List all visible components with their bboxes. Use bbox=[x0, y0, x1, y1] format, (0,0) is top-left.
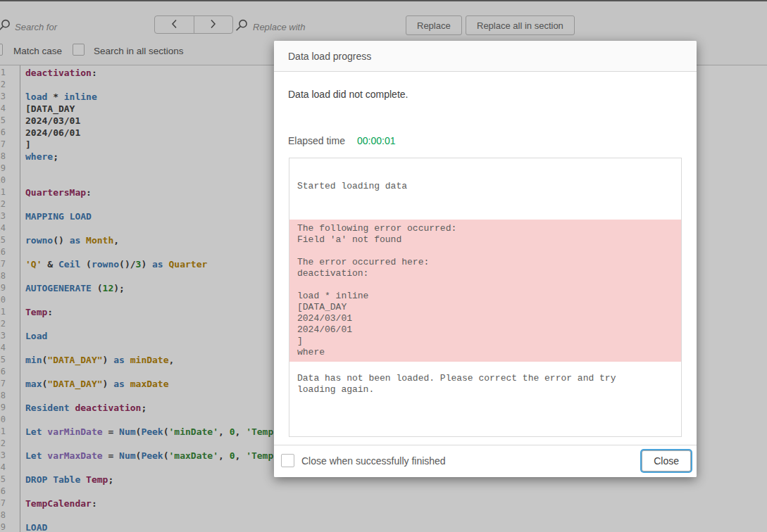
log-line: deactivation: bbox=[297, 268, 673, 279]
log-line: 2024/03/01 bbox=[297, 313, 673, 324]
data-load-progress-dialog: Data load progress Data load did not com… bbox=[274, 41, 697, 477]
log-line: The following error occurred: bbox=[297, 223, 673, 234]
elapsed-time-value: 00:00:01 bbox=[357, 135, 396, 146]
load-log-box[interactable]: Started loading data The following error… bbox=[289, 158, 682, 437]
close-button[interactable]: Close bbox=[642, 450, 691, 471]
log-error-block: The following error occurred:Field 'a' n… bbox=[289, 220, 681, 362]
log-line: where bbox=[297, 347, 673, 358]
log-line: 2024/06/01 bbox=[297, 324, 673, 336]
elapsed-time-label: Elapsed time bbox=[288, 135, 357, 146]
log-line bbox=[297, 279, 673, 291]
log-line: The error occurred here: bbox=[297, 257, 673, 268]
elapsed-time-row: Elapsed time00:00:01 bbox=[288, 135, 697, 146]
log-line bbox=[297, 246, 673, 257]
dialog-footer: Close when successfully finished Close bbox=[274, 445, 697, 477]
log-outro: Data has not been loaded. Please correct… bbox=[289, 362, 681, 395]
log-line: [DATA_DAY bbox=[297, 302, 673, 313]
log-line: load * inline bbox=[297, 291, 673, 302]
log-line: loading again. bbox=[297, 384, 673, 395]
dialog-title: Data load progress bbox=[288, 51, 371, 62]
log-line: ] bbox=[297, 336, 673, 347]
data-load-editor-screen: Replace Replace all in section Match cas… bbox=[0, 0, 767, 532]
close-when-finished-label: Close when successfully finished bbox=[301, 455, 446, 467]
load-status-message: Data load did not complete. bbox=[288, 89, 697, 100]
dialog-header: Data load progress bbox=[274, 41, 697, 72]
close-when-finished-checkbox[interactable] bbox=[281, 454, 294, 467]
log-intro: Started loading data bbox=[289, 158, 681, 220]
log-line: Field 'a' not found bbox=[297, 234, 673, 246]
log-line: Data has not been loaded. Please correct… bbox=[297, 373, 673, 384]
